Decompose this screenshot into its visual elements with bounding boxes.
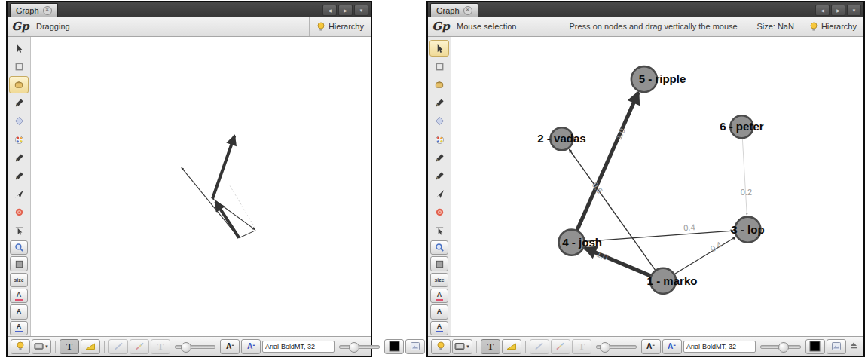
background-toggle-button[interactable] xyxy=(11,339,30,354)
reset-label-colors-button[interactable]: A xyxy=(430,289,448,303)
show-node-labels-button[interactable]: T xyxy=(481,339,500,354)
show-edges-button[interactable] xyxy=(530,339,549,354)
tab-menu-button[interactable]: ▼ xyxy=(847,5,861,16)
t-gray-icon: T xyxy=(156,341,165,351)
reset-sizes-button[interactable]: size xyxy=(10,273,28,287)
edge-pencil-tool[interactable] xyxy=(429,167,449,184)
rectangle-selection-tool[interactable] xyxy=(9,58,29,75)
hierarchy-button[interactable]: Hierarchy xyxy=(802,17,863,36)
painter-tool[interactable] xyxy=(429,95,449,112)
slider-knob[interactable] xyxy=(600,342,610,353)
shortest-path-tool[interactable] xyxy=(429,186,449,203)
tab-graph[interactable]: Graph × xyxy=(430,3,478,17)
color-painter-tool[interactable] xyxy=(429,131,449,148)
center-on-graph-button[interactable] xyxy=(430,240,448,255)
tab-menu-button[interactable]: ▼ xyxy=(354,5,368,16)
graph-edge[interactable] xyxy=(182,167,239,237)
label-color-swatch[interactable] xyxy=(805,339,825,354)
pencil-icon xyxy=(14,153,24,163)
direct-selection-tool[interactable] xyxy=(9,40,29,57)
tab-close-icon[interactable]: × xyxy=(43,6,52,15)
edge-scale-slider[interactable] xyxy=(175,341,215,353)
screenshot-dropdown[interactable]: ▼ xyxy=(452,339,472,354)
slider-knob[interactable] xyxy=(349,342,359,353)
show-edges-button[interactable] xyxy=(108,339,128,354)
graph-window-left: Graph × ◀ ▶ ▼ Gp Dragging Hierarchy size… xyxy=(6,1,372,357)
background-toggle-button[interactable] xyxy=(431,339,451,354)
font-selector-field[interactable] xyxy=(683,341,756,353)
drag-tool[interactable] xyxy=(9,76,29,93)
tab-graph[interactable]: Graph × xyxy=(10,3,58,17)
slider-knob[interactable] xyxy=(181,342,191,353)
show-edge-labels-button[interactable] xyxy=(502,339,521,354)
graph-edge[interactable] xyxy=(215,202,239,238)
heat-map-tool[interactable] xyxy=(9,204,29,221)
graph-canvas[interactable] xyxy=(31,37,371,336)
node-label-font-button[interactable]: A xyxy=(220,339,240,354)
direct-selection-tool[interactable] xyxy=(429,40,449,57)
edge-color-mode-button[interactable] xyxy=(551,339,570,354)
center-on-graph-button[interactable] xyxy=(10,240,28,255)
tab-scroll-right-button[interactable]: ▶ xyxy=(338,5,353,16)
text-scale-button[interactable]: T xyxy=(572,339,591,354)
color-painter-tool[interactable] xyxy=(9,131,29,148)
edge-label-font-button[interactable]: A xyxy=(241,339,261,354)
label-scale-slider[interactable] xyxy=(339,341,380,353)
t-bold-icon: T xyxy=(486,341,495,351)
reset-colors-button[interactable] xyxy=(430,256,448,271)
shortest-path-tool[interactable] xyxy=(9,186,29,203)
node-label-1: 1 - marko xyxy=(647,274,698,287)
painter-tool[interactable] xyxy=(9,95,29,112)
slider-knob[interactable] xyxy=(778,342,789,353)
label-scale-slider[interactable] xyxy=(760,341,801,353)
node-pencil-tool[interactable] xyxy=(9,149,29,166)
tab-label: Graph xyxy=(16,6,39,15)
show-node-labels-button[interactable]: T xyxy=(60,339,79,354)
reset-sizes-button[interactable]: size xyxy=(430,273,448,287)
graph-edge[interactable] xyxy=(212,199,255,230)
reset-label-visible-button[interactable]: A xyxy=(430,304,448,319)
edge-scale-slider[interactable] xyxy=(596,341,637,353)
font-selector-field[interactable] xyxy=(262,341,335,353)
dropdown-arrow-icon: ▼ xyxy=(466,344,470,349)
graph-canvas[interactable]: 0.51.00.41.00.40.21 - marko2 - vadas3 - … xyxy=(451,37,863,336)
label-color-swatch[interactable] xyxy=(384,339,404,354)
reset-label-colors-button[interactable]: A xyxy=(10,289,28,303)
edge-pencil-tool[interactable] xyxy=(9,167,29,184)
drag-tool[interactable] xyxy=(429,76,449,93)
tab-scroll-right-button[interactable]: ▶ xyxy=(831,5,845,16)
show-edge-labels-button[interactable] xyxy=(81,339,100,354)
tab-scroll-left-button[interactable]: ◀ xyxy=(322,5,337,16)
node-label-font-button[interactable]: A xyxy=(641,339,661,354)
heat-map-tool[interactable] xyxy=(429,204,449,221)
reset-label-sizes-button[interactable]: A xyxy=(430,321,448,335)
edge-editor-tool[interactable] xyxy=(9,222,29,239)
text-scale-button[interactable]: T xyxy=(151,339,170,354)
edge-editor-tool[interactable] xyxy=(429,222,449,239)
graph-edge[interactable] xyxy=(212,136,234,198)
cursor-icon xyxy=(14,44,24,54)
expand-caret[interactable] xyxy=(850,342,857,350)
graph-edge[interactable] xyxy=(239,231,255,238)
reset-colors-button[interactable] xyxy=(10,256,28,271)
hierarchy-button[interactable]: Hierarchy xyxy=(309,17,371,36)
screenshot-dropdown[interactable]: ▼ xyxy=(32,339,51,354)
wedge-icon xyxy=(85,342,96,351)
edge-color-mode-button[interactable] xyxy=(130,339,149,354)
reset-label-visible-button[interactable]: A xyxy=(10,304,28,319)
tab-close-icon[interactable]: × xyxy=(463,6,472,15)
reset-label-sizes-button[interactable]: A xyxy=(10,321,28,335)
sizer-tool[interactable] xyxy=(9,113,29,130)
label-attributes-button[interactable] xyxy=(405,339,425,354)
label-attributes-button[interactable] xyxy=(827,339,846,354)
edge-label-font-button[interactable]: A xyxy=(662,339,682,354)
pencil-icon xyxy=(435,153,445,163)
tab-scroll-left-button[interactable]: ◀ xyxy=(815,5,830,16)
diamond-icon xyxy=(14,116,24,126)
node-pencil-tool[interactable] xyxy=(429,149,449,166)
active-tool-label: Mouse selection xyxy=(457,22,517,31)
rectangle-selection-tool[interactable] xyxy=(429,58,449,75)
graph-edge[interactable] xyxy=(230,185,255,228)
sizer-tool[interactable] xyxy=(429,113,449,130)
graph-edge[interactable] xyxy=(741,127,747,215)
